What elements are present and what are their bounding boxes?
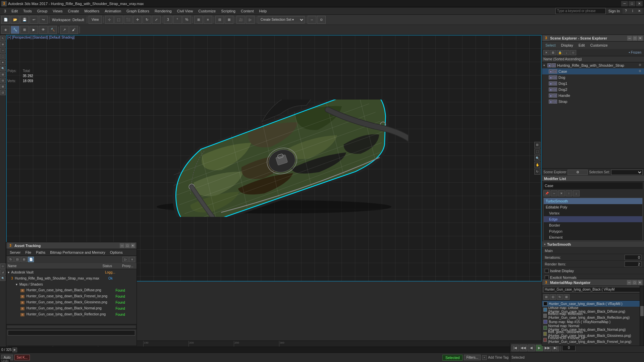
percent-snap[interactable]: % <box>182 16 191 24</box>
at-options[interactable]: Options <box>108 250 125 255</box>
tool-6[interactable]: 🔍 <box>0 66 6 71</box>
se-minimize[interactable]: ─ <box>627 36 632 41</box>
tree-item-handle[interactable]: ● ○ Handle <box>542 93 644 99</box>
mod-element[interactable]: Element <box>544 234 642 240</box>
asset-row-maps[interactable]: ▾ Maps / Shaders <box>6 281 137 287</box>
zoom-extents-btn[interactable]: ⊞ <box>534 142 540 148</box>
tree-item-hunting-bag[interactable]: ▾ ● ○ Hunting_Rifle_Bag_with_Shoulder_St… <box>542 62 644 68</box>
tree-item-dog2[interactable]: ● ○ Dog2 <box>542 86 644 93</box>
minimize-button[interactable]: ─ <box>621 1 628 6</box>
menu-create[interactable]: Create <box>65 8 82 14</box>
snap-toggle[interactable]: 3 <box>164 16 172 24</box>
tool-bottom-1[interactable]: ⊹ <box>0 263 6 269</box>
at-server[interactable]: Server <box>8 250 22 255</box>
prev-key-btn[interactable]: ◀◀ <box>520 345 527 351</box>
asset-row-fresnel[interactable]: B Hunter_Gun_case_lying_down_Black_Fresn… <box>6 293 137 299</box>
se-display-tab[interactable]: Display <box>559 43 575 48</box>
mod-channel[interactable]: ↔ <box>551 190 557 196</box>
mod-edge[interactable]: Edge <box>544 216 642 222</box>
tree-item-dog1[interactable]: ● ○ Dog1 <box>542 80 644 86</box>
tool-10[interactable]: ⊡ <box>0 90 6 95</box>
tree-item-dog[interactable]: ● ○ Dog <box>542 74 644 80</box>
close-app-button[interactable]: ✕ <box>636 8 643 14</box>
at-right2[interactable]: ≡ <box>129 257 135 262</box>
asset-row-glossiness[interactable]: B Hunter_Gun_case_lying_down_Black_Gloss… <box>6 299 137 305</box>
help-button[interactable]: ? <box>623 8 629 14</box>
asset-row-diffuse[interactable]: B Hunter_Gun_case_lying_down_Black_Diffu… <box>6 287 137 293</box>
turbosmooth-section-header[interactable]: ▾ TurboSmooth <box>542 241 644 247</box>
mn-restore[interactable]: □ <box>632 280 637 285</box>
selection-set-dropdown[interactable] <box>611 170 643 175</box>
se-edit-tab[interactable]: Edit <box>577 43 587 48</box>
orbit-btn[interactable]: ↻ <box>534 169 540 175</box>
menu-animation[interactable]: Animation <box>102 8 124 14</box>
asset-search-input[interactable] <box>8 330 135 336</box>
mod-editable-poly[interactable]: Editable Poly <box>544 204 642 210</box>
at-collapse[interactable]: ⊟ <box>14 257 20 262</box>
new-button[interactable]: 📄 <box>1 16 10 24</box>
at-minimize[interactable]: ─ <box>120 243 124 248</box>
mirror-tool[interactable]: ⊞ <box>194 16 203 24</box>
play-back-btn[interactable]: ◀ <box>528 345 535 351</box>
render-btn[interactable]: ▷ <box>246 16 255 24</box>
mat-scrollbar[interactable] <box>640 286 644 346</box>
tool-7[interactable]: ⊞ <box>0 72 6 77</box>
iterations-input[interactable]: 0 <box>625 255 641 260</box>
restore-button[interactable]: □ <box>629 1 635 6</box>
mod-border[interactable]: Border <box>544 222 642 228</box>
tree-item-case[interactable]: ● ○ Case ⚙ <box>542 68 644 74</box>
select-tool[interactable]: ⊹ <box>105 16 114 24</box>
menu-graph-editors[interactable]: Graph Editors <box>124 8 152 14</box>
zoom-btn[interactable]: 🔍 <box>534 155 540 161</box>
close-button[interactable]: ✕ <box>636 1 643 6</box>
mn-btn-3[interactable]: ↻ <box>557 294 563 300</box>
expand-timeline-btn[interactable]: ▶ <box>12 348 17 352</box>
motion-tab[interactable]: ▶ <box>30 26 38 34</box>
open-button[interactable]: 📂 <box>11 16 19 24</box>
at-bitmap[interactable]: Bitmap Performance and Memory <box>48 250 107 255</box>
mod-pin[interactable]: 📌 <box>543 190 550 196</box>
asset-row-autodesk[interactable]: ▾ Autodesk Vault Logg... <box>6 269 137 275</box>
at-expand[interactable]: ⊞ <box>21 257 27 262</box>
mn-btn-4[interactable]: ⊠ <box>564 294 570 300</box>
at-close[interactable]: ✕ <box>130 243 135 248</box>
tool-2[interactable]: ⊕ <box>0 42 6 47</box>
redo-button[interactable]: ↪ <box>39 16 48 24</box>
tool-9[interactable]: ⊠ <box>0 84 6 89</box>
se-settings-btn[interactable]: ⚙ <box>568 170 588 175</box>
se-select-tab[interactable]: Select <box>543 43 558 48</box>
angle-snap[interactable]: ° <box>173 16 182 24</box>
mod-vertex[interactable]: Vertex <box>544 210 642 216</box>
isoline-checkbox[interactable] <box>545 269 549 273</box>
keyword-search[interactable] <box>555 8 606 14</box>
mat-row-material[interactable]: Hunter_Gun_case_lying_down_Black ( VRayM… <box>542 301 644 307</box>
menu-3ds[interactable]: 3 <box>1 8 9 14</box>
tree-item-strap[interactable]: ● ○ Strap <box>542 99 644 105</box>
asset-scrollbar[interactable] <box>6 324 137 329</box>
at-refresh[interactable]: ↻ <box>8 257 14 262</box>
tool-bottom-3[interactable]: 🔍 <box>0 276 6 281</box>
at-active[interactable]: 📄 <box>28 257 34 262</box>
mn-btn-2[interactable]: ⊟ <box>550 294 556 300</box>
mod-polygon[interactable]: Polygon <box>544 228 642 234</box>
prev-frame-btn[interactable]: |◀ <box>512 345 519 351</box>
asset-row-maxfile[interactable]: 3 Hunting_Rifle_Bag_with_Shoulder_Strap_… <box>6 275 137 281</box>
se-filter-btn-1[interactable]: ⊞ <box>550 50 556 55</box>
track-bar[interactable] <box>27 347 510 353</box>
layer-mgr[interactable]: ⊟ <box>215 16 224 24</box>
mod-down[interactable]: ↓ <box>573 190 580 196</box>
move-tool[interactable]: ✛ <box>133 16 142 24</box>
se-filter-btn-4[interactable]: ⊹ <box>570 50 576 55</box>
mod-turbosmooth[interactable]: TurboSmooth <box>544 198 642 204</box>
mn-btn-1[interactable]: ⊞ <box>543 294 549 300</box>
menu-rendering[interactable]: Rendering <box>152 8 174 14</box>
menu-content[interactable]: Content <box>238 8 257 14</box>
create-selection-dropdown[interactable]: Create Selection Set ▾ <box>258 16 305 23</box>
tool-5[interactable]: ✦ <box>0 60 6 65</box>
mat-row-reflect[interactable]: Reflect map: Reflection (Hunter_Gun_case… <box>542 313 644 319</box>
add-time-tag-btn[interactable]: + <box>482 355 487 360</box>
pan-btn[interactable]: ✋ <box>534 162 540 168</box>
mn-close[interactable]: ✕ <box>638 280 642 285</box>
menu-help[interactable]: Help <box>257 8 270 14</box>
select-region-2[interactable]: ⬛ <box>124 16 132 24</box>
